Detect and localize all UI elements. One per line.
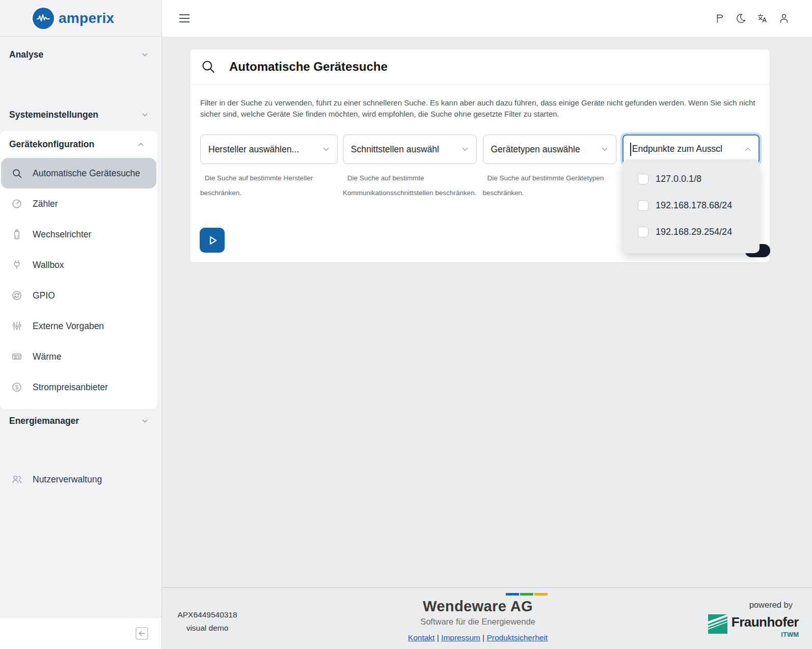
sidebar-item-automatische-geraetesuche[interactable]: Automatische Gerätesuche	[1, 158, 156, 188]
topbar	[162, 0, 812, 37]
filter-geraetetypen: Gerätetypen auswähle Die Suche auf besti…	[483, 134, 617, 200]
sidebar-item-strompreisanbieter[interactable]: $ Strompreisanbieter	[0, 372, 157, 402]
sidebar-section-systemeinstellungen[interactable]: Systemeinstellungen	[0, 103, 161, 126]
users-icon	[11, 474, 23, 485]
kontakt-link[interactable]: Kontakt	[408, 633, 435, 642]
dark-mode-moon-icon[interactable]	[735, 13, 746, 24]
heater-icon	[11, 351, 23, 362]
chevron-up-icon	[743, 145, 752, 154]
svg-text:$: $	[15, 384, 18, 390]
filter-hersteller: Hersteller auswählen... Die Suche auf be…	[200, 134, 338, 200]
menu-toggle-button[interactable]	[177, 12, 192, 24]
schnittstellen-helper-text: Die Suche auf bestimmte Kommunikationssc…	[343, 171, 477, 200]
chevron-down-icon	[141, 50, 149, 59]
cycle-arrows-icon	[11, 290, 23, 301]
powered-by-block: powered by Fraunhofer ITWM	[708, 600, 799, 638]
start-search-button[interactable]	[200, 228, 225, 253]
sidebar-group-geraetekonfiguration: Gerätekonfiguration Automatische Gerätes…	[0, 131, 157, 409]
sidebar-item-wechselrichter[interactable]: Wechselrichter	[0, 219, 157, 250]
guide-signpost-icon[interactable]	[714, 13, 725, 24]
company-name: Wendeware AG	[408, 598, 548, 615]
language-translate-icon[interactable]	[756, 13, 768, 24]
sidebar-item-waerme[interactable]: Wärme	[0, 341, 157, 372]
checkbox[interactable]	[638, 174, 648, 184]
sidebar-section-geraetekonfiguration[interactable]: Gerätekonfiguration	[0, 131, 157, 158]
fraunhofer-name: Fraunhofer	[732, 614, 799, 630]
sidebar-section-energiemanager[interactable]: Energiemanager	[0, 409, 161, 432]
powered-by-label: powered by	[708, 600, 799, 610]
device-info: APX6449540318 visual demo	[169, 608, 246, 635]
collapse-sidebar-button[interactable]	[135, 627, 149, 640]
sidebar-section-analyse[interactable]: Analyse	[0, 43, 161, 66]
schnittstellen-select[interactable]: Schnittstellen auswähl	[343, 134, 477, 164]
geraetetypen-helper-text: Die Suche auf bestimmte Gerätetypen besc…	[483, 171, 617, 200]
user-account-icon[interactable]	[778, 13, 790, 24]
sliders-icon	[11, 320, 23, 332]
chevron-down-icon	[141, 111, 149, 119]
search-description: Filter in der Suche zu verwenden, führt …	[200, 97, 758, 120]
plug-icon	[11, 259, 23, 271]
sidebar: amperix Analyse Systemeinstellungen Gerä…	[0, 0, 162, 649]
sidebar-item-nutzerverwaltung[interactable]: Nutzerverwaltung	[0, 464, 161, 495]
search-icon	[201, 59, 216, 74]
fraunhofer-unit: ITWM	[781, 631, 799, 638]
text-caret	[630, 143, 631, 156]
checkbox[interactable]	[638, 200, 648, 211]
wendeware-block: Wendeware AG Software für die Energiewen…	[408, 593, 548, 642]
device-id: APX6449540318	[169, 608, 246, 621]
chevron-down-icon	[600, 145, 609, 154]
chevron-down-icon	[461, 145, 470, 154]
hersteller-select[interactable]: Hersteller auswählen...	[200, 134, 338, 164]
checkbox[interactable]	[638, 227, 648, 237]
sidebar-item-wallbox[interactable]: Wallbox	[0, 250, 157, 280]
app-root: amperix Analyse Systemeinstellungen Gerä…	[0, 0, 812, 649]
company-tagline: Software für die Energiewende	[408, 617, 548, 627]
sidebar-footer	[0, 618, 161, 649]
footer: APX6449540318 visual demo Wendeware AG S…	[162, 587, 812, 649]
geraetetypen-select[interactable]: Gerätetypen auswähle	[483, 134, 617, 164]
footer-links: Kontakt | Impressum | Produktsicherheit	[408, 633, 548, 642]
impressum-link[interactable]: Impressum	[441, 633, 480, 642]
meter-icon	[11, 198, 23, 209]
fraunhofer-logo-icon	[708, 614, 727, 634]
topbar-actions	[714, 13, 790, 24]
endpoint-option-row[interactable]: 127.0.0.1/8	[622, 166, 760, 192]
page-title: Automatische Gerätesuche	[229, 60, 388, 74]
sidebar-item-externe-vorgaben[interactable]: Externe Vorgaben	[0, 311, 157, 341]
dollar-circle-icon: $	[11, 382, 23, 393]
chevron-down-icon	[141, 417, 149, 425]
hersteller-helper-text: Die Suche auf bestimmte Hersteller besch…	[200, 171, 338, 200]
search-icon	[11, 168, 23, 179]
card-header: Automatische Gerätesuche	[190, 49, 770, 85]
device-mode: visual demo	[169, 621, 246, 635]
chevron-down-icon	[321, 145, 331, 154]
endpoint-option-row[interactable]: 192.168.178.68/24	[622, 192, 760, 219]
filter-schnittstellen: Schnittstellen auswähl Die Suche auf bes…	[343, 134, 477, 200]
inverter-icon	[11, 229, 23, 240]
endpoint-option-row[interactable]: 192.168.29.254/24	[622, 219, 760, 245]
brand-logo[interactable]: amperix	[0, 0, 161, 37]
chevron-up-icon	[137, 140, 145, 149]
endpoint-options-dropdown: 127.0.0.1/8 192.168.178.68/24 192.168.29…	[622, 159, 760, 253]
produktsicherheit-link[interactable]: Produktsicherheit	[486, 633, 548, 642]
brand-wordmark: amperix	[59, 10, 115, 26]
sidebar-item-zaehler[interactable]: Zähler	[0, 188, 157, 219]
amperix-logo-icon	[33, 8, 54, 29]
sidebar-item-gpio[interactable]: GPIO	[0, 280, 157, 311]
wendeware-logo-bar	[408, 593, 548, 596]
